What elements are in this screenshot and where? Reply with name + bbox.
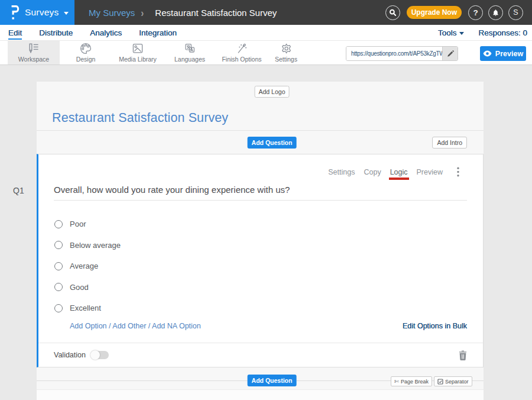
- toolbar-item-label: Finish Options: [222, 56, 261, 63]
- preview-button[interactable]: Preview: [480, 46, 526, 61]
- workspace-toolbar: Workspace Design Media Library: [0, 40, 532, 65]
- add-question-button-top[interactable]: Add Question: [248, 137, 297, 149]
- add-logo-button[interactable]: Add Logo: [255, 86, 290, 98]
- toolbar-item-settings[interactable]: Settings: [268, 41, 304, 64]
- survey-card: Add Logo Restaurant Satisfaction Survey …: [37, 82, 484, 400]
- page-break-button[interactable]: ✄ Page Break: [391, 376, 432, 386]
- tab-analytics[interactable]: Analytics: [90, 28, 122, 37]
- answer-option-excellent[interactable]: Excellent: [54, 298, 121, 319]
- bell-icon: [492, 9, 499, 17]
- toolbar-item-media-library[interactable]: Media Library: [112, 41, 164, 64]
- answer-option-label[interactable]: Below average: [70, 241, 121, 250]
- magic-wand-icon: [235, 43, 248, 54]
- notifications-button[interactable]: [488, 5, 503, 20]
- add-intro-button[interactable]: Add Intro: [432, 137, 467, 149]
- eye-icon: [483, 50, 492, 57]
- validation-toggle[interactable]: [91, 351, 109, 359]
- tools-label: Tools: [438, 28, 457, 37]
- question-number: Q1: [13, 186, 24, 195]
- answer-option-label[interactable]: Poor: [70, 220, 86, 228]
- question-action-logic[interactable]: Logic: [390, 168, 408, 176]
- add-option-link[interactable]: Add Option: [70, 322, 107, 330]
- question-text[interactable]: Overall, how would you rate your dining …: [54, 185, 465, 195]
- breadcrumb-separator-icon: ›: [141, 7, 144, 18]
- delete-question-button[interactable]: [459, 350, 467, 363]
- help-button[interactable]: ?: [468, 5, 483, 20]
- tools-menu[interactable]: Tools: [438, 28, 465, 37]
- answer-option-good[interactable]: Good: [54, 277, 121, 298]
- question-text-underline: [54, 200, 467, 201]
- radio-icon[interactable]: [54, 241, 63, 249]
- question-more-menu[interactable]: [457, 167, 459, 177]
- toolbar-items: Workspace Design Media Library: [0, 41, 304, 64]
- option-tools-row: Add Option / Add Other / Add NA Option E…: [70, 322, 467, 330]
- pen-list-icon: [27, 43, 40, 54]
- pencil-icon: [447, 50, 454, 57]
- upgrade-now-button[interactable]: Upgrade Now: [407, 6, 462, 19]
- toolbar-item-label: Settings: [275, 56, 297, 63]
- palette-icon: [79, 43, 92, 54]
- toolbar-item-label: Media Library: [119, 56, 157, 63]
- answer-option-label[interactable]: Good: [70, 283, 89, 292]
- separator-box-icon: [437, 379, 443, 385]
- question-block: Settings Copy Logic Preview Overall, how…: [37, 154, 484, 367]
- question-action-copy[interactable]: Copy: [364, 168, 381, 176]
- answer-options: Poor Below average Average Good Excellen…: [54, 214, 121, 319]
- gear-icon: [280, 43, 293, 54]
- breadcrumb-current: Restaurant Satisfaction Survey: [155, 8, 277, 18]
- responses-count[interactable]: Responses: 0: [478, 28, 527, 37]
- toolbar-item-finish-options[interactable]: Finish Options: [216, 41, 268, 64]
- search-button[interactable]: [385, 5, 400, 20]
- radio-icon[interactable]: [54, 304, 63, 312]
- answer-option-label[interactable]: Excellent: [70, 304, 101, 312]
- toggle-knob: [90, 350, 100, 360]
- header-divider: [37, 130, 484, 131]
- answer-option-poor[interactable]: Poor: [54, 214, 121, 235]
- top-bar: Surveys My Surveys › Restaurant Satisfac…: [0, 0, 532, 25]
- add-question-button-bottom[interactable]: Add Question: [248, 375, 297, 386]
- add-other-link[interactable]: Add Other: [112, 322, 146, 330]
- toolbar-item-languages[interactable]: Languages: [164, 41, 216, 64]
- radio-icon[interactable]: [54, 220, 63, 228]
- edit-link-button[interactable]: [442, 47, 458, 60]
- separator-button[interactable]: Separator: [434, 376, 472, 386]
- image-icon: [131, 43, 144, 54]
- survey-workspace: Q1 Add Logo Restaurant Satisfaction Surv…: [0, 65, 532, 400]
- validation-row: Validation: [54, 343, 109, 367]
- survey-link-input[interactable]: [346, 47, 442, 60]
- radio-icon[interactable]: [54, 262, 63, 270]
- radio-icon[interactable]: [54, 283, 63, 291]
- tab-distribute[interactable]: Distribute: [39, 28, 73, 37]
- validation-label: Validation: [54, 351, 86, 359]
- questionpro-logo-icon: [11, 5, 20, 21]
- product-name: Surveys: [25, 7, 59, 18]
- breadcrumb-parent[interactable]: My Surveys: [89, 8, 135, 18]
- trash-icon: [459, 350, 467, 360]
- nav-right: Tools Responses: 0: [438, 28, 532, 37]
- link-separator: /: [148, 322, 150, 330]
- translate-icon: [183, 43, 196, 54]
- answer-option-average[interactable]: Average: [54, 256, 121, 277]
- survey-link-box: [346, 46, 458, 61]
- toolbar-item-label: Design: [76, 56, 96, 63]
- answer-option-label[interactable]: Average: [70, 262, 98, 270]
- question-actions: Settings Copy Logic Preview: [328, 167, 459, 177]
- toolbar-item-workspace[interactable]: Workspace: [8, 41, 60, 64]
- tab-integration[interactable]: Integration: [139, 28, 177, 37]
- question-action-settings[interactable]: Settings: [328, 168, 355, 176]
- vertical-dots-icon: [457, 167, 459, 177]
- survey-title[interactable]: Restaurant Satisfaction Survey: [52, 111, 228, 125]
- question-action-preview[interactable]: Preview: [417, 168, 443, 176]
- chevron-down-icon: [459, 32, 464, 35]
- product-switcher[interactable]: Surveys: [0, 0, 74, 25]
- add-na-option-link[interactable]: Add NA Option: [152, 322, 201, 330]
- tab-edit[interactable]: Edit: [8, 28, 22, 37]
- edit-options-in-bulk-link[interactable]: Edit Options in Bulk: [403, 322, 467, 330]
- toolbar-item-design[interactable]: Design: [60, 41, 112, 64]
- toolbar-item-label: Workspace: [18, 56, 49, 63]
- topbar-actions: Upgrade Now ? S: [385, 5, 532, 20]
- add-option-links: Add Option / Add Other / Add NA Option: [70, 322, 201, 330]
- account-avatar[interactable]: S: [508, 5, 523, 20]
- answer-option-below-average[interactable]: Below average: [54, 235, 121, 256]
- section-tabs: Edit Distribute Analytics Integration: [0, 28, 177, 37]
